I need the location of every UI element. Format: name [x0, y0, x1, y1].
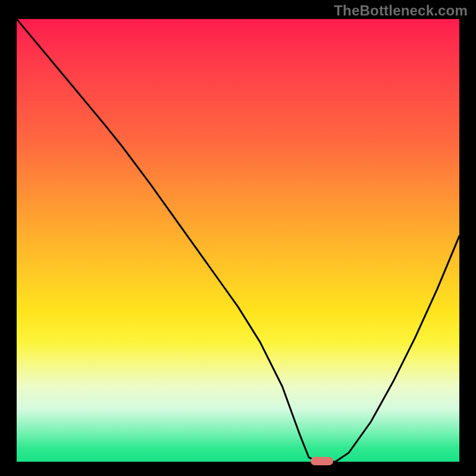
- optimum-marker: [311, 457, 333, 465]
- chart-curve: [17, 19, 459, 462]
- attribution-label: TheBottleneck.com: [334, 2, 468, 19]
- plot-area: [17, 19, 459, 462]
- chart-frame: TheBottleneck.com: [0, 0, 476, 476]
